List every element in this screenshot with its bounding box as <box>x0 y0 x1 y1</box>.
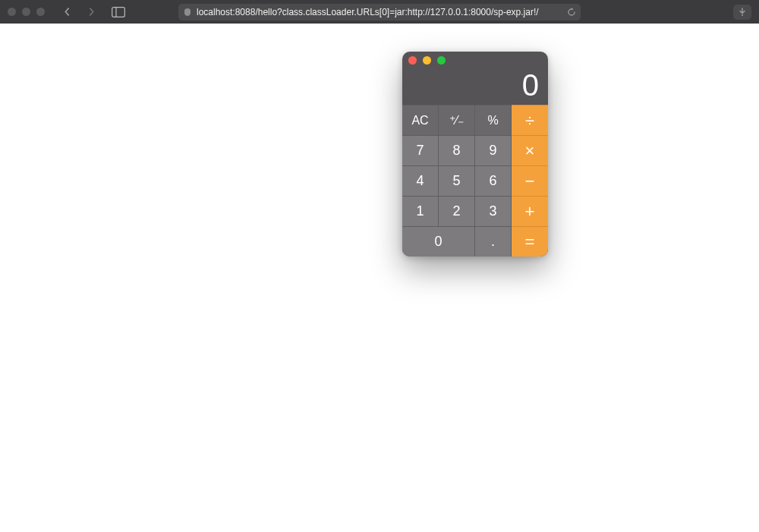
key-2[interactable]: 2 <box>439 196 475 226</box>
key-decimal[interactable]: . <box>475 226 512 257</box>
key-6[interactable]: 6 <box>475 165 512 196</box>
key-equals[interactable]: = <box>512 226 548 257</box>
key-8[interactable]: 8 <box>439 135 475 165</box>
calculator-titlebar[interactable] <box>402 52 548 68</box>
address-bar-url: localhost:8088/hello?class.classLoader.U… <box>197 7 539 17</box>
key-4[interactable]: 4 <box>402 165 439 196</box>
calc-minimize-icon[interactable] <box>423 56 431 65</box>
calculator-keypad: AC ⁺∕₋ % ÷ 7 8 9 × 4 5 6 − 1 2 3 + 0 . = <box>402 105 548 257</box>
svg-point-2 <box>742 14 743 16</box>
back-button[interactable] <box>57 5 77 20</box>
key-3[interactable]: 3 <box>475 196 512 226</box>
download-icon <box>738 8 747 17</box>
sidebar-icon <box>112 7 125 17</box>
key-clear[interactable]: AC <box>402 105 439 135</box>
key-9[interactable]: 9 <box>475 135 512 165</box>
reload-button[interactable] <box>567 8 576 17</box>
traffic-zoom-icon[interactable] <box>36 8 45 16</box>
calc-close-icon[interactable] <box>408 56 417 65</box>
site-info-icon[interactable] <box>183 8 192 17</box>
key-sign[interactable]: ⁺∕₋ <box>439 105 475 135</box>
browser-toolbar: localhost:8088/hello?class.classLoader.U… <box>0 0 759 24</box>
calculator-window: 0 AC ⁺∕₋ % ÷ 7 8 9 × 4 5 6 − 1 2 3 + 0 .… <box>402 52 548 257</box>
key-minus[interactable]: − <box>512 165 548 196</box>
key-plus[interactable]: + <box>512 196 548 226</box>
window-traffic-lights <box>8 8 45 16</box>
key-7[interactable]: 7 <box>402 135 439 165</box>
calculator-display: 0 <box>402 68 548 105</box>
sidebar-toggle-button[interactable] <box>109 5 128 19</box>
key-percent[interactable]: % <box>475 105 512 135</box>
chevron-right-icon <box>87 8 96 16</box>
calc-zoom-icon[interactable] <box>437 56 446 65</box>
key-5[interactable]: 5 <box>439 165 475 196</box>
downloads-button[interactable] <box>733 5 751 20</box>
key-1[interactable]: 1 <box>402 196 439 226</box>
reload-icon <box>567 8 576 17</box>
chevron-left-icon <box>63 8 71 16</box>
browser-viewport: 0 AC ⁺∕₋ % ÷ 7 8 9 × 4 5 6 − 1 2 3 + 0 .… <box>0 24 759 532</box>
key-divide[interactable]: ÷ <box>512 105 548 135</box>
key-multiply[interactable]: × <box>512 135 548 165</box>
key-zero[interactable]: 0 <box>402 226 475 257</box>
traffic-close-icon[interactable] <box>8 8 16 16</box>
svg-rect-0 <box>112 7 125 17</box>
traffic-minimize-icon[interactable] <box>22 8 30 16</box>
address-bar[interactable]: localhost:8088/hello?class.classLoader.U… <box>178 4 581 20</box>
forward-button[interactable] <box>81 5 101 20</box>
